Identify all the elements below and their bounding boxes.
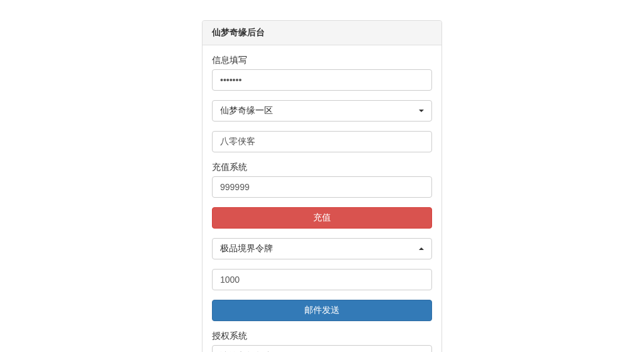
info-section: 信息填写 xyxy=(212,55,432,91)
auth-section: 授权系统 xyxy=(212,331,432,352)
mail-button-group: 邮件发送 xyxy=(212,300,432,321)
panel-body: 信息填写 仙梦奇缘一区 充值系统 充值 极品境界令牌 xyxy=(203,45,441,352)
item-select[interactable]: 极品境界令牌 xyxy=(212,238,432,259)
recharge-label: 充值系统 xyxy=(212,162,432,173)
recharge-button-group: 充值 xyxy=(212,207,432,229)
info-label: 信息填写 xyxy=(212,55,432,66)
quantity-group xyxy=(212,269,432,290)
server-select-value: 仙梦奇缘一区 xyxy=(220,105,415,116)
server-select-group: 仙梦奇缘一区 xyxy=(212,100,432,122)
character-group xyxy=(212,131,432,152)
item-select-group: 极品境界令牌 xyxy=(212,238,432,259)
caret-down-icon xyxy=(419,110,424,112)
quantity-input[interactable] xyxy=(212,269,432,290)
panel-title: 仙梦奇缘后台 xyxy=(203,21,441,45)
mail-send-button[interactable]: 邮件发送 xyxy=(212,300,432,321)
character-input[interactable] xyxy=(212,131,432,152)
recharge-button[interactable]: 充值 xyxy=(212,207,432,229)
recharge-section: 充值系统 xyxy=(212,162,432,198)
auth-password-input[interactable] xyxy=(212,345,432,352)
auth-label: 授权系统 xyxy=(212,331,432,342)
caret-up-icon xyxy=(419,247,424,250)
server-select[interactable]: 仙梦奇缘一区 xyxy=(212,100,432,122)
item-select-value: 极品境界令牌 xyxy=(220,243,415,254)
recharge-amount-input[interactable] xyxy=(212,176,432,198)
password-input[interactable] xyxy=(212,69,432,91)
admin-panel: 仙梦奇缘后台 信息填写 仙梦奇缘一区 充值系统 充值 极品境界令牌 xyxy=(202,20,442,352)
